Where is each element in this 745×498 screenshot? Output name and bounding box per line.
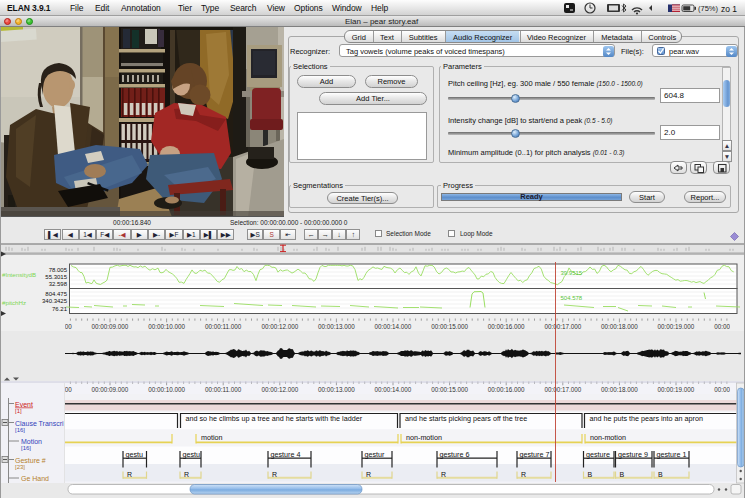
svg-text:gestu: gestu <box>126 450 144 459</box>
svg-text:00:00:10.000: 00:00:10.000 <box>148 386 185 393</box>
svg-text:78.005: 78.005 <box>49 267 68 273</box>
svg-text:gesture 9: gesture 9 <box>618 450 648 459</box>
svg-text:gesture: gesture <box>586 450 610 459</box>
svg-text:00:00:17.000: 00:00:17.000 <box>544 386 581 393</box>
svg-text:gestu: gestu <box>183 450 201 459</box>
svg-text:00:00:11.000: 00:00:11.000 <box>205 323 242 330</box>
svg-text:00:00:13.000: 00:00:13.000 <box>318 323 355 330</box>
svg-text:00:00:19.000: 00:00:19.000 <box>658 323 695 330</box>
svg-text:gestur: gestur <box>365 450 386 459</box>
svg-text:00:00:14.000: 00:00:14.000 <box>375 323 412 330</box>
svg-text:gesture 1: gesture 1 <box>657 450 687 459</box>
svg-text:00:00:12.000: 00:00:12.000 <box>261 386 298 393</box>
svg-text:00:00:12.000: 00:00:12.000 <box>261 323 298 330</box>
svg-text:gesture 4: gesture 4 <box>271 450 301 459</box>
svg-text:R: R <box>127 471 132 478</box>
svg-text:340.3425: 340.3425 <box>42 298 68 304</box>
svg-text:#IntensitydB: #IntensitydB <box>2 271 36 278</box>
svg-text:Event: Event <box>15 401 33 408</box>
svg-text:B: B <box>658 471 663 478</box>
svg-text:zo 1: zo 1 <box>721 4 737 14</box>
svg-text:non-motion: non-motion <box>406 433 442 442</box>
svg-text:[1]: [1] <box>15 408 22 414</box>
svg-text:#pitchHz: #pitchHz <box>2 299 26 306</box>
svg-text:32.598: 32.598 <box>49 281 68 287</box>
svg-text:[16]: [16] <box>21 445 31 451</box>
svg-text:and he starts picking pears of: and he starts picking pears off the tree <box>405 414 527 423</box>
svg-text:504.578: 504.578 <box>561 295 583 301</box>
svg-text:76.21: 76.21 <box>52 306 68 312</box>
svg-text:R: R <box>184 471 189 478</box>
svg-text:R: R <box>272 471 277 478</box>
svg-text:Clause Transcri: Clause Transcri <box>15 420 64 427</box>
svg-text:Motion: Motion <box>21 438 42 445</box>
svg-text:[23]: [23] <box>15 464 25 470</box>
svg-text:00:00:09.000: 00:00:09.000 <box>92 386 129 393</box>
svg-text:(75%): (75%) <box>698 4 719 13</box>
svg-text:804.475: 804.475 <box>45 291 67 297</box>
svg-text:R: R <box>521 471 526 478</box>
svg-text:motion: motion <box>201 433 223 442</box>
svg-text:00:00:18.000: 00:00:18.000 <box>601 386 638 393</box>
svg-text:00:00:11.000: 00:00:11.000 <box>205 386 242 393</box>
svg-text:and he puts the pears into an: and he puts the pears into an apron <box>590 414 704 423</box>
svg-text:Ge Hand: Ge Hand <box>21 475 49 482</box>
svg-text:00:00:18.000: 00:00:18.000 <box>601 323 638 330</box>
svg-text:Gesture #: Gesture # <box>15 457 46 464</box>
svg-text:00:00:14.000: 00:00:14.000 <box>375 386 412 393</box>
svg-text:00:00:16.000: 00:00:16.000 <box>488 323 525 330</box>
svg-text:00:00:09.000: 00:00:09.000 <box>92 323 129 330</box>
svg-text:gesture 7: gesture 7 <box>520 450 550 459</box>
svg-text:B: B <box>588 471 593 478</box>
svg-text:00:00:19.000: 00:00:19.000 <box>658 386 695 393</box>
svg-text:R: R <box>441 471 446 478</box>
svg-text:55.3015: 55.3015 <box>45 274 67 280</box>
svg-text:and so he climbs up a tree and: and so he climbs up a tree and he starts… <box>186 414 363 423</box>
svg-text:gesture 6: gesture 6 <box>440 450 470 459</box>
svg-text:00:00:13.000: 00:00:13.000 <box>318 386 355 393</box>
svg-text:non-motion: non-motion <box>590 433 626 442</box>
svg-text:39.9515: 39.9515 <box>561 270 583 276</box>
svg-text:00:00:17.000: 00:00:17.000 <box>544 323 581 330</box>
svg-text:[16]: [16] <box>15 427 25 433</box>
svg-text:R: R <box>366 471 371 478</box>
svg-text:00:00:15.000: 00:00:15.000 <box>431 386 468 393</box>
svg-text:B: B <box>620 471 625 478</box>
svg-text:00:00:16.000: 00:00:16.000 <box>488 386 525 393</box>
svg-text:00:00:10.000: 00:00:10.000 <box>148 323 185 330</box>
svg-text:00:00:15.000: 00:00:15.000 <box>431 323 468 330</box>
